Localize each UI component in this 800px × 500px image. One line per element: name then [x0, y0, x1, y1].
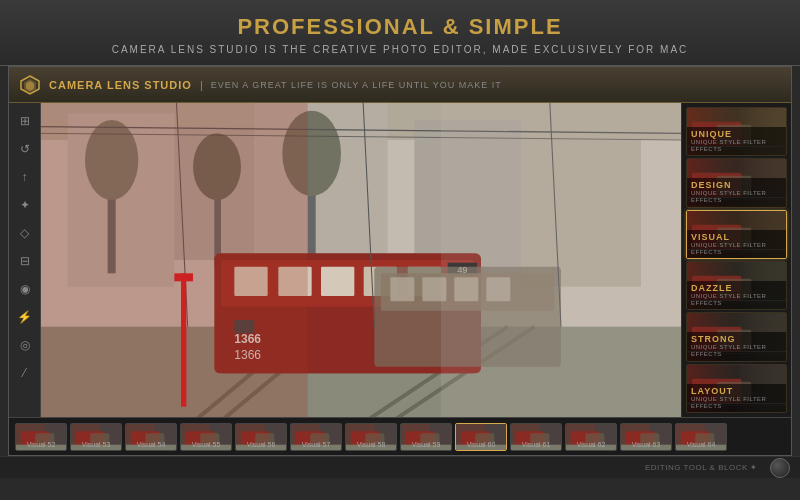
filmstrip-label-8: Visual 60: [456, 441, 506, 448]
filter-dazzle-card[interactable]: DAZZLE UNIQUE STYLE FILTER EFFECTS: [686, 261, 787, 310]
filmstrip-thumb-3[interactable]: Visual 55: [180, 423, 232, 451]
filter-strong-sub: UNIQUE STYLE FILTER EFFECTS: [691, 344, 782, 358]
zoom-control: EDITING TOOL & BLOCK ✦: [645, 458, 790, 478]
filmstrip-label-10: Visual 62: [566, 441, 616, 448]
filter-layout-sub: UNIQUE STYLE FILTER EFFECTS: [691, 396, 782, 410]
status-text: EDITING TOOL & BLOCK ✦: [645, 463, 758, 472]
filter-strong-card[interactable]: STRONG UNIQUE STYLE FILTER EFFECTS: [686, 312, 787, 361]
title-divider: |: [200, 79, 203, 91]
filmstrip-label-12: Visual 64: [676, 441, 726, 448]
filter-unique-card[interactable]: UNIQUE UNIQUE STYLE FILTER EFFECTS: [686, 107, 787, 156]
filmstrip-label-9: Visual 61: [511, 441, 561, 448]
svg-rect-47: [441, 103, 681, 417]
filter-layout-card[interactable]: LAYOUT UNIQUE STYLE FILTER EFFECTS: [686, 364, 787, 413]
filmstrip-label-2: Visual 54: [126, 441, 176, 448]
filmstrip-label-7: Visual 59: [401, 441, 451, 448]
svg-rect-49: [174, 273, 193, 281]
filter-layout-name: LAYOUT: [691, 386, 782, 396]
filter-design-label: DESIGN UNIQUE STYLE FILTER EFFECTS: [687, 178, 786, 206]
tool-diamond-button[interactable]: ◇: [13, 221, 37, 245]
tool-upload-button[interactable]: ↑: [13, 165, 37, 189]
filmstrip-thumb-0[interactable]: Visual 52: [15, 423, 67, 451]
filmstrip-label-3: Visual 55: [181, 441, 231, 448]
tool-lightning-button[interactable]: ⚡: [13, 305, 37, 329]
svg-rect-37: [390, 277, 414, 301]
tool-star-button[interactable]: ✦: [13, 193, 37, 217]
filter-dazzle-name: DAZZLE: [691, 283, 782, 293]
tool-adjust-button[interactable]: ⊟: [13, 249, 37, 273]
app-logo-icon: [19, 74, 41, 96]
filmstrip-thumb-4[interactable]: Visual 56: [235, 423, 287, 451]
svg-rect-25: [321, 267, 354, 296]
tool-brush-button[interactable]: ∕: [13, 361, 37, 385]
filter-dazzle-sub: UNIQUE STYLE FILTER EFFECTS: [691, 293, 782, 307]
filmstrip-thumb-6[interactable]: Visual 58: [345, 423, 397, 451]
filmstrip-thumb-12[interactable]: Visual 64: [675, 423, 727, 451]
filmstrip-thumb-8[interactable]: Visual 60: [455, 423, 507, 451]
app-header: CAMERA LENS STUDIO | EVEN A GREAT LIFE I…: [9, 67, 791, 103]
filmstrip-label-11: Visual 63: [621, 441, 671, 448]
app-window: CAMERA LENS STUDIO | EVEN A GREAT LIFE I…: [8, 66, 792, 456]
banner-title: PROFESSIONAL & SIMPLE: [0, 14, 800, 40]
filmstrip-thumb-2[interactable]: Visual 54: [125, 423, 177, 451]
photo-canvas: 49 1366 1366: [41, 103, 681, 417]
filmstrip-label-5: Visual 57: [291, 441, 341, 448]
filmstrip-thumb-5[interactable]: Visual 57: [290, 423, 342, 451]
tool-eye-button[interactable]: ◎: [13, 333, 37, 357]
filter-unique-label: UNIQUE UNIQUE STYLE FILTER EFFECTS: [687, 127, 786, 155]
filter-visual-sub: UNIQUE STYLE FILTER EFFECTS: [691, 242, 782, 256]
filter-visual-label: VISUAL UNIQUE STYLE FILTER EFFECTS: [687, 230, 786, 258]
tram-scene: 49 1366 1366: [41, 103, 681, 417]
left-toolbar: ⊞↺↑✦◇⊟◉⚡◎∕: [9, 103, 41, 417]
tool-pin-button[interactable]: ◉: [13, 277, 37, 301]
filter-strong-label: STRONG UNIQUE STYLE FILTER EFFECTS: [687, 332, 786, 360]
filmstrip-thumb-9[interactable]: Visual 61: [510, 423, 562, 451]
filmstrip-thumb-11[interactable]: Visual 63: [620, 423, 672, 451]
filmstrip-thumb-10[interactable]: Visual 62: [565, 423, 617, 451]
film-strip: Visual 52 Visual 53 Visual 54 Visual 55 …: [9, 417, 791, 455]
filter-design-sub: UNIQUE STYLE FILTER EFFECTS: [691, 190, 782, 204]
banner-subtitle: CAMERA LENS STUDIO IS THE CREATIVE PHOTO…: [0, 44, 800, 55]
svg-rect-48: [181, 273, 186, 406]
filmstrip-label-6: Visual 58: [346, 441, 396, 448]
film-strip-scroll: Visual 52 Visual 53 Visual 54 Visual 55 …: [15, 423, 785, 451]
tool-rotate-button[interactable]: ↺: [13, 137, 37, 161]
filmstrip-thumb-7[interactable]: Visual 59: [400, 423, 452, 451]
tool-crop-button[interactable]: ⊞: [13, 109, 37, 133]
filmstrip-label-0: Visual 52: [16, 441, 66, 448]
filmstrip-label-4: Visual 56: [236, 441, 286, 448]
filmstrip-thumb-1[interactable]: Visual 53: [70, 423, 122, 451]
photo-area: 49 1366 1366: [41, 103, 681, 417]
filmstrip-label-1: Visual 53: [71, 441, 121, 448]
filter-design-card[interactable]: DESIGN UNIQUE STYLE FILTER EFFECTS: [686, 158, 787, 207]
filter-design-name: DESIGN: [691, 180, 782, 190]
svg-rect-46: [41, 103, 308, 417]
filter-visual-card[interactable]: VISUAL UNIQUE STYLE FILTER EFFECTS: [686, 210, 787, 259]
filter-unique-name: UNIQUE: [691, 129, 782, 139]
filter-layout-label: LAYOUT UNIQUE STYLE FILTER EFFECTS: [687, 384, 786, 412]
app-title: CAMERA LENS STUDIO: [49, 79, 192, 91]
filter-unique-sub: UNIQUE STYLE FILTER EFFECTS: [691, 139, 782, 153]
status-bar: EDITING TOOL & BLOCK ✦: [0, 456, 800, 478]
main-content: ⊞↺↑✦◇⊟◉⚡◎∕: [9, 103, 791, 417]
filter-strong-name: STRONG: [691, 334, 782, 344]
top-banner: PROFESSIONAL & SIMPLE CAMERA LENS STUDIO…: [0, 0, 800, 66]
app-subtitle: EVEN A GREAT LIFE IS ONLY A LIFE UNTIL Y…: [211, 80, 502, 90]
filter-dazzle-label: DAZZLE UNIQUE STYLE FILTER EFFECTS: [687, 281, 786, 309]
filter-visual-name: VISUAL: [691, 232, 782, 242]
zoom-knob[interactable]: [770, 458, 790, 478]
right-filter-panel: UNIQUE UNIQUE STYLE FILTER EFFECTS DESIG…: [681, 103, 791, 417]
